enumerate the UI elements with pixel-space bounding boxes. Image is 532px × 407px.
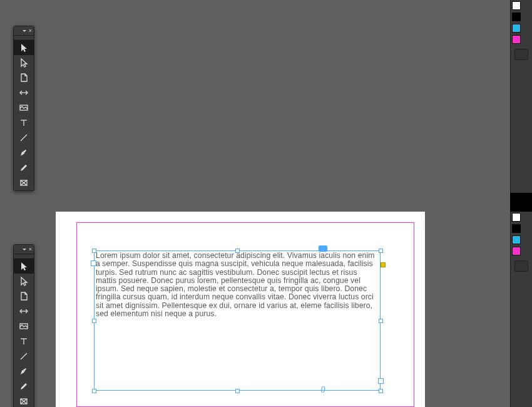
swatch-row[interactable] bbox=[511, 234, 532, 245]
close-icon[interactable]: × bbox=[29, 247, 32, 252]
resize-handle[interactable] bbox=[92, 319, 96, 323]
resize-handle[interactable] bbox=[92, 249, 96, 253]
content-collector-tool[interactable] bbox=[14, 319, 34, 334]
direct-selection-tool[interactable] bbox=[14, 274, 34, 289]
pencil-tool[interactable] bbox=[14, 379, 34, 394]
color-swatch[interactable] bbox=[512, 35, 521, 44]
text-frame[interactable]: Lorem ipsum dolor sit amet, consectetur … bbox=[94, 250, 381, 391]
resize-handle[interactable] bbox=[92, 389, 96, 393]
reference-point-indicator[interactable] bbox=[381, 262, 386, 267]
resize-handle[interactable] bbox=[235, 389, 240, 393]
swatch-row[interactable] bbox=[511, 11, 532, 23]
line-tool[interactable] bbox=[14, 349, 34, 364]
svg-point-5 bbox=[23, 152, 24, 153]
panel-menu-icon[interactable] bbox=[23, 30, 26, 32]
swatch-row[interactable] bbox=[511, 23, 532, 34]
color-swatch[interactable] bbox=[512, 13, 521, 21]
color-swatch[interactable] bbox=[512, 224, 521, 233]
panel-menu-icon[interactable] bbox=[23, 249, 26, 250]
swatch-row[interactable] bbox=[511, 245, 532, 257]
right-panel-strip[interactable] bbox=[510, 212, 532, 407]
resize-handle[interactable] bbox=[379, 249, 383, 253]
canvas[interactable]: Lorem ipsum dolor sit amet, consectetur … bbox=[0, 0, 510, 407]
selection-tool[interactable] bbox=[14, 40, 34, 55]
svg-marker-8 bbox=[21, 277, 27, 286]
pen-tool[interactable] bbox=[14, 145, 34, 160]
selection-tool[interactable] bbox=[14, 259, 34, 274]
direct-selection-tool[interactable] bbox=[14, 55, 34, 70]
rectangle-frame-tool[interactable] bbox=[14, 394, 34, 407]
tools-panel[interactable]: × bbox=[13, 26, 34, 191]
svg-marker-3 bbox=[21, 59, 27, 67]
swatch-row[interactable] bbox=[511, 212, 532, 223]
close-icon[interactable]: × bbox=[29, 28, 32, 34]
swatch-row[interactable] bbox=[511, 223, 532, 234]
line-tool[interactable] bbox=[14, 130, 34, 145]
gap-tool[interactable] bbox=[14, 85, 34, 100]
color-swatch[interactable] bbox=[512, 213, 521, 222]
color-swatch[interactable] bbox=[512, 247, 521, 255]
color-swatch[interactable] bbox=[512, 235, 521, 244]
swatch-row[interactable] bbox=[511, 34, 532, 45]
tools-panel[interactable]: × bbox=[13, 244, 34, 407]
swatch-row[interactable] bbox=[511, 0, 532, 11]
panel-grip[interactable] bbox=[14, 36, 34, 40]
top-mid-handle-selected[interactable] bbox=[319, 245, 327, 252]
in-port[interactable] bbox=[91, 260, 96, 266]
panel-header[interactable]: × bbox=[14, 26, 34, 36]
type-tool[interactable] bbox=[14, 334, 34, 349]
panel-button[interactable] bbox=[514, 260, 528, 272]
after-view: Lorem ipsum dolor sit amet, consectetur … bbox=[0, 212, 532, 407]
panel-header[interactable]: × bbox=[14, 245, 34, 254]
svg-point-10 bbox=[23, 370, 24, 371]
rectangle-frame-tool[interactable] bbox=[14, 175, 34, 190]
page-tool[interactable] bbox=[14, 70, 34, 85]
svg-marker-2 bbox=[21, 44, 27, 52]
right-panel-strip[interactable] bbox=[510, 0, 532, 193]
color-swatch[interactable] bbox=[512, 1, 521, 10]
gap-tool[interactable] bbox=[14, 304, 34, 319]
panel-button[interactable] bbox=[514, 49, 528, 60]
resize-handle[interactable] bbox=[379, 389, 383, 393]
pen-tool[interactable] bbox=[14, 364, 34, 379]
color-swatch[interactable] bbox=[512, 24, 521, 33]
content-collector-tool[interactable] bbox=[14, 100, 34, 115]
out-port[interactable] bbox=[378, 378, 384, 384]
type-tool[interactable] bbox=[14, 115, 34, 130]
pencil-tool[interactable] bbox=[14, 160, 34, 175]
resize-handle[interactable] bbox=[235, 249, 240, 253]
svg-marker-7 bbox=[21, 262, 27, 270]
page-tool[interactable] bbox=[14, 289, 34, 304]
panel-grip[interactable] bbox=[14, 254, 34, 259]
resize-handle[interactable] bbox=[379, 319, 383, 323]
thread-origin-zero: 0 bbox=[320, 385, 325, 395]
frame-text: Lorem ipsum dolor sit amet, consectetur … bbox=[96, 251, 374, 318]
